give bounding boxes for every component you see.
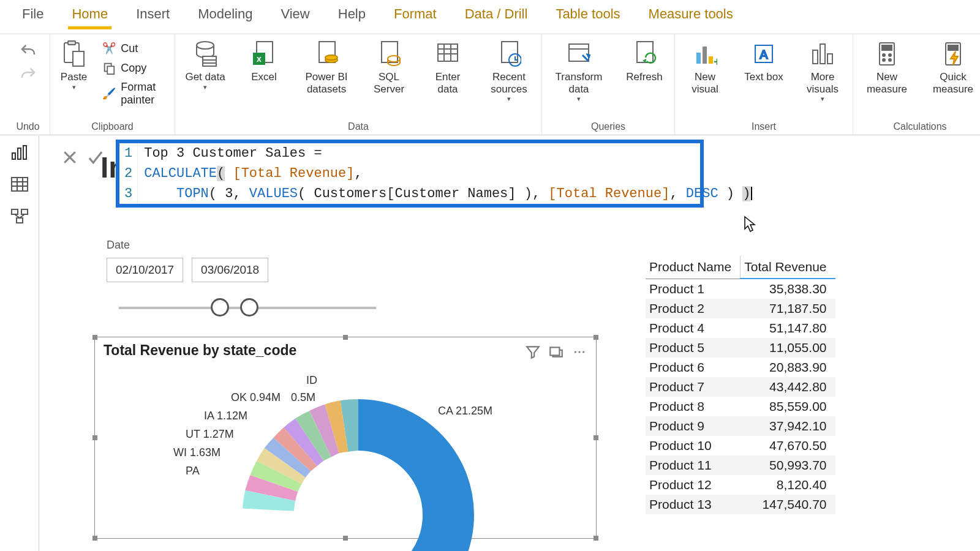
excel-button[interactable]: xExcel (240, 38, 288, 86)
menu-modeling[interactable]: Modeling (194, 4, 256, 28)
date-slider[interactable] (119, 296, 376, 320)
new-visual-label: New visual (681, 71, 729, 95)
refresh-label: Refresh (626, 71, 663, 83)
transform-data-button[interactable]: Transform data▾ (548, 38, 609, 105)
chart-visual[interactable]: Total Revenue by state_code ⋯ CA 2 (94, 337, 597, 539)
table-row[interactable]: Product 511,055.00 (646, 338, 835, 358)
cell-revenue: 71,187.50 (741, 299, 835, 318)
recent-sources-button[interactable]: Recent sources▾ (483, 38, 535, 105)
format-painter-button[interactable]: 🖌️Format painter (102, 81, 168, 107)
table-row[interactable]: Product 1150,993.70 (646, 455, 835, 475)
menu-file[interactable]: File (18, 4, 47, 28)
menu-help[interactable]: Help (334, 4, 369, 28)
cell-product: Product 2 (646, 299, 741, 318)
new-measure-button[interactable]: New measure (859, 38, 914, 97)
report-view-icon[interactable] (10, 144, 29, 160)
date-to-input[interactable]: 03/06/2018 (192, 258, 268, 282)
cell-revenue: 51,147.80 (741, 318, 835, 338)
text-box-button[interactable]: AText box (740, 38, 788, 86)
tok-desc: DESC (686, 186, 718, 201)
get-data-button[interactable]: Get data▾ (181, 38, 229, 93)
enter-data-label: Enter data (424, 71, 472, 95)
brush-icon: 🖌️ (102, 87, 116, 100)
svg-rect-37 (882, 45, 892, 50)
menu-insert[interactable]: Insert (132, 4, 173, 28)
cut-button[interactable]: ✂️Cut (102, 42, 168, 55)
table-row[interactable]: Product 271,187.50 (646, 299, 835, 318)
date-from-input[interactable]: 02/10/2017 (107, 258, 183, 282)
group-label-data: Data (348, 120, 369, 132)
tok-measure: [Total Revenue] (233, 166, 354, 181)
donut-label-ia: IA 1.12M (204, 410, 247, 422)
svg-rect-53 (21, 209, 28, 214)
enter-data-button[interactable]: Enter data (424, 38, 472, 97)
svg-text:A: A (760, 48, 768, 61)
formula-cancel-icon[interactable] (61, 148, 79, 167)
col-total-revenue[interactable]: Total Revenue (741, 256, 835, 279)
table-icon (435, 40, 460, 67)
pbi-datasets-button[interactable]: Power BI datasets (299, 38, 354, 97)
col-product-name[interactable]: Product Name (646, 256, 741, 279)
slider-handle-right[interactable] (240, 298, 258, 317)
donut-label-05m: 0.5M (291, 391, 315, 404)
more-visuals-icon (810, 40, 835, 67)
menu-data-drill[interactable]: Data / Drill (461, 4, 532, 28)
svg-rect-34 (820, 44, 825, 64)
svg-rect-43 (948, 45, 958, 50)
copy-button[interactable]: Copy (102, 61, 168, 75)
formula-bar-area: 1Top 3 Customer Sales = 2CALCULATE( [Tot… (61, 140, 704, 208)
svg-point-38 (883, 54, 885, 56)
refresh-button[interactable]: Refresh (620, 38, 668, 86)
svg-rect-2 (73, 51, 84, 66)
table-row[interactable]: Product 128,120.40 (646, 475, 835, 495)
model-view-icon[interactable] (10, 208, 29, 224)
data-view-icon[interactable] (10, 176, 29, 192)
table-row[interactable]: Product 1047,670.50 (646, 436, 835, 455)
formula-editor[interactable]: 1Top 3 Customer Sales = 2CALCULATE( [Tot… (116, 140, 704, 208)
donut-label-ut: UT 1.27M (186, 428, 234, 441)
chart-title: Total Revenue by state_code (104, 342, 518, 359)
svg-rect-4 (107, 66, 114, 74)
table-row[interactable]: Product 13147,540.70 (646, 495, 835, 514)
menu-measure-tools[interactable]: Measure tools (645, 4, 737, 28)
menu-home[interactable]: Home (68, 4, 111, 28)
copy-label: Copy (121, 62, 146, 75)
cell-product: Product 4 (646, 318, 741, 338)
transform-icon (567, 40, 591, 67)
filter-icon[interactable] (525, 344, 541, 358)
cell-revenue: 43,442.80 (741, 377, 835, 397)
more-visuals-button[interactable]: More visuals▾ (799, 38, 846, 105)
table-row[interactable]: Product 937,942.10 (646, 416, 835, 436)
slider-handle-left[interactable] (211, 298, 229, 317)
table-row[interactable]: Product 135,838.30 (646, 279, 835, 299)
more-options-icon[interactable]: ⋯ (571, 344, 587, 358)
cell-revenue: 85,559.00 (741, 397, 835, 416)
focus-mode-icon[interactable] (548, 344, 564, 358)
svg-point-5 (197, 42, 214, 49)
excel-label: Excel (251, 71, 277, 83)
sql-server-button[interactable]: SQL Server (365, 38, 413, 97)
get-data-label: Get data (185, 71, 225, 83)
cell-product: Product 7 (646, 377, 741, 397)
table-row[interactable]: Product 743,442.80 (646, 377, 835, 397)
undo-icon[interactable] (19, 43, 37, 60)
table-row[interactable]: Product 885,559.00 (646, 397, 835, 416)
menu-table-tools[interactable]: Table tools (552, 4, 624, 28)
formula-commit-icon[interactable] (86, 148, 105, 167)
redo-icon[interactable] (19, 66, 37, 83)
menu-format[interactable]: Format (390, 4, 440, 28)
paste-button[interactable]: Paste ▾ (56, 38, 91, 93)
tok-measure-2: [Total Revenue] (548, 186, 669, 201)
new-measure-label: New measure (859, 71, 914, 95)
svg-rect-52 (12, 209, 18, 214)
table-row[interactable]: Product 451,147.80 (646, 318, 835, 338)
table-row[interactable]: Product 620,883.90 (646, 358, 835, 377)
product-table-visual[interactable]: Product Name Total Revenue Product 135,8… (646, 256, 835, 514)
tok-topn: TOPN (176, 186, 209, 201)
new-visual-button[interactable]: +New visual (681, 38, 729, 97)
tok-values: VALUES (249, 186, 298, 201)
cell-product: Product 11 (646, 455, 741, 475)
svg-point-39 (889, 54, 891, 56)
quick-measure-button[interactable]: Quick measure (925, 38, 980, 97)
menu-view[interactable]: View (277, 4, 313, 28)
